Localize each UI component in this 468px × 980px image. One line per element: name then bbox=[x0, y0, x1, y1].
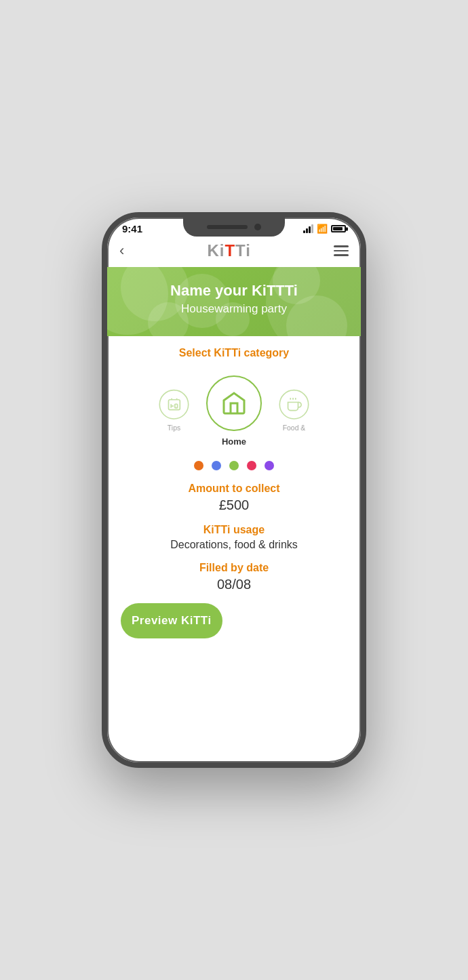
home-label: Home bbox=[222, 436, 246, 447]
phone-frame: 9:41 📶 ‹ KiTTi bbox=[102, 212, 366, 768]
home-icon-circle bbox=[206, 375, 262, 431]
wifi-icon: 📶 bbox=[317, 224, 328, 234]
main-content: Select KiTTi category Tips bbox=[107, 336, 361, 660]
amount-section: Amount to collect £500 bbox=[107, 483, 361, 513]
back-button[interactable]: ‹ bbox=[119, 242, 124, 260]
food-label: Food & bbox=[283, 424, 306, 432]
camera bbox=[254, 224, 261, 230]
phone-notch bbox=[183, 218, 285, 237]
speaker bbox=[207, 225, 248, 229]
hero-subtitle: Housewarming party bbox=[121, 302, 347, 316]
dot-1[interactable] bbox=[194, 461, 203, 470]
app-logo: KiTTi bbox=[207, 241, 251, 260]
amount-label: Amount to collect bbox=[107, 483, 361, 495]
filled-by-label: Filled by date bbox=[107, 562, 361, 574]
category-item-trips[interactable]: Tips bbox=[159, 390, 189, 432]
hero-banner: Name your KiTTTi Housewarming party bbox=[107, 267, 361, 336]
svg-rect-0 bbox=[168, 399, 180, 409]
usage-label: KiTTi usage bbox=[107, 524, 361, 536]
status-icons: 📶 bbox=[303, 224, 346, 234]
battery-icon bbox=[331, 225, 346, 232]
svg-rect-3 bbox=[174, 404, 177, 408]
preview-button[interactable]: Preview KiTTi bbox=[121, 603, 222, 638]
category-item-home[interactable]: Home bbox=[206, 375, 262, 447]
filled-by-section: Filled by date 08/08 bbox=[107, 562, 361, 592]
category-section: Select KiTTi category bbox=[107, 347, 361, 359]
usage-section: KiTTi usage Decorations, food & drinks bbox=[107, 524, 361, 551]
hero-title: Name your KiTTTi bbox=[121, 282, 347, 300]
filled-by-value: 08/08 bbox=[107, 577, 361, 592]
dot-3[interactable] bbox=[229, 461, 239, 470]
hamburger-line-1 bbox=[334, 245, 349, 247]
amount-value: £500 bbox=[107, 497, 361, 513]
category-section-label: Select KiTTi category bbox=[107, 347, 361, 359]
category-carousel[interactable]: Tips Home bbox=[107, 370, 361, 451]
trips-label: Tips bbox=[168, 424, 180, 432]
hamburger-line-2 bbox=[334, 250, 349, 252]
category-item-food[interactable]: Food & bbox=[279, 390, 309, 432]
usage-value: Decorations, food & drinks bbox=[107, 539, 361, 551]
dot-5[interactable] bbox=[265, 461, 274, 470]
status-time: 9:41 bbox=[122, 223, 142, 234]
nav-header: ‹ KiTTi bbox=[107, 237, 361, 267]
trips-icon-circle bbox=[159, 390, 189, 420]
hamburger-line-3 bbox=[334, 254, 349, 256]
signal-icon bbox=[303, 224, 313, 233]
dot-2[interactable] bbox=[212, 461, 221, 470]
hamburger-menu[interactable] bbox=[334, 245, 349, 256]
food-icon-circle bbox=[279, 390, 309, 420]
dot-4[interactable] bbox=[247, 461, 256, 470]
carousel-dots bbox=[107, 461, 361, 470]
